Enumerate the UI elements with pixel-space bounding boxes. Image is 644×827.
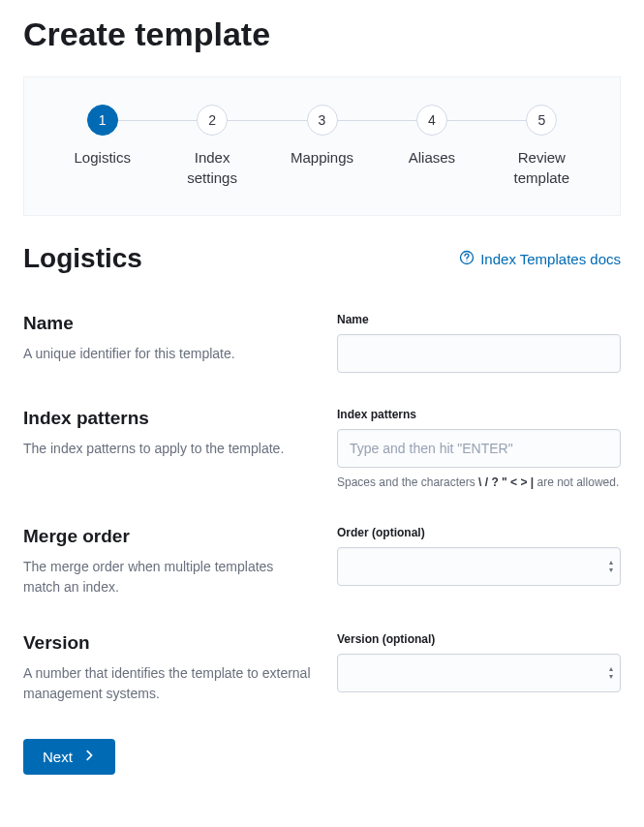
field-row-merge-order: Merge order The merge order when multipl…: [23, 526, 621, 597]
step-connector: [432, 120, 541, 121]
number-stepper-icon[interactable]: ▴▾: [609, 665, 613, 681]
number-stepper-icon[interactable]: ▴▾: [609, 559, 613, 574]
field-description: The index patterns to apply to the templ…: [23, 439, 314, 459]
next-button[interactable]: Next: [23, 739, 115, 775]
field-title: Index patterns: [23, 408, 314, 429]
step-logistics[interactable]: 1 Logistics: [47, 105, 157, 168]
step-connector: [322, 120, 432, 121]
step-connector: [103, 120, 212, 121]
step-review-template[interactable]: 5 Review template: [487, 105, 597, 188]
field-title: Name: [23, 313, 314, 334]
step-label: Aliases: [409, 147, 455, 168]
index-patterns-input[interactable]: [337, 429, 621, 468]
docs-link-text: Index Templates docs: [480, 251, 621, 267]
input-label-name: Name: [337, 313, 621, 326]
chevron-right-icon: [82, 749, 96, 765]
step-number: 1: [87, 105, 118, 136]
field-row-version: Version A number that identifies the tem…: [23, 632, 621, 704]
name-input[interactable]: [337, 334, 621, 373]
order-input[interactable]: [337, 547, 621, 586]
field-row-index-patterns: Index patterns The index patterns to app…: [23, 408, 621, 491]
field-description: A number that identifies the template to…: [23, 663, 314, 704]
field-description: The merge order when multiple templates …: [23, 557, 314, 597]
step-label: Review template: [498, 147, 585, 188]
svg-point-1: [467, 260, 468, 260]
field-row-name: Name A unique identifier for this templa…: [23, 313, 621, 373]
step-label: Mappings: [291, 147, 353, 168]
steps-wizard: 1 Logistics 2 Index settings 3 Mappings …: [23, 77, 621, 216]
input-label-version: Version (optional): [337, 632, 621, 646]
help-text: Spaces and the characters \ / ? " < > | …: [337, 474, 621, 491]
step-number: 4: [416, 105, 447, 136]
step-index-settings[interactable]: 2 Index settings: [157, 105, 266, 188]
input-label-index-patterns: Index patterns: [337, 408, 621, 421]
section-title: Logistics: [23, 243, 142, 274]
docs-link[interactable]: Index Templates docs: [459, 250, 621, 268]
field-description: A unique identifier for this template.: [23, 344, 314, 364]
step-connector: [212, 120, 322, 121]
step-label: Index settings: [169, 147, 256, 188]
field-title: Version: [23, 632, 314, 654]
step-number: 5: [526, 105, 557, 136]
help-icon: [459, 250, 475, 268]
step-mappings[interactable]: 3 Mappings: [267, 105, 377, 168]
section-header: Logistics Index Templates docs: [23, 243, 621, 274]
field-title: Merge order: [23, 526, 314, 547]
step-aliases[interactable]: 4 Aliases: [377, 105, 486, 168]
next-button-label: Next: [43, 749, 73, 765]
page-title: Create template: [23, 15, 621, 53]
version-input[interactable]: [337, 654, 621, 692]
step-number: 3: [307, 105, 338, 136]
step-number: 2: [197, 105, 228, 136]
input-label-order: Order (optional): [337, 526, 621, 539]
step-label: Logistics: [75, 147, 131, 168]
